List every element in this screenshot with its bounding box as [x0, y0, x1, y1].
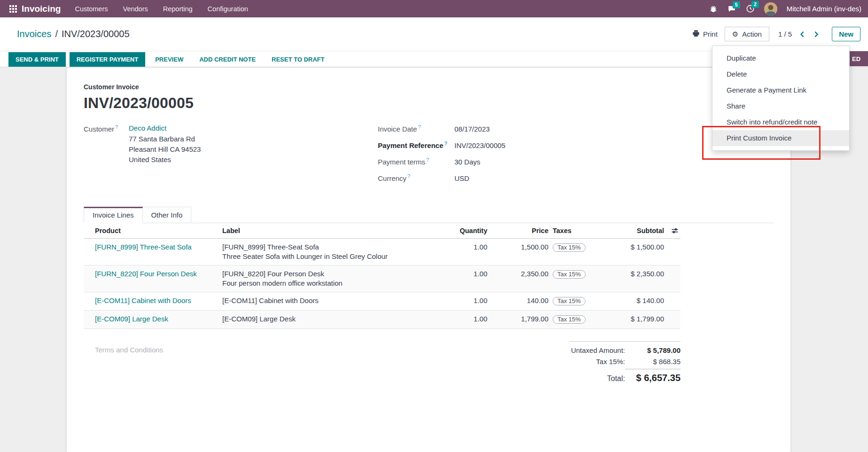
line-label: [E-COM11] Cabinet with Doors: [222, 296, 456, 304]
terms-placeholder[interactable]: Terms and Conditions: [95, 346, 163, 387]
line-price: 2,350.00: [487, 270, 548, 278]
optional-columns-icon[interactable]: [664, 227, 680, 234]
line-description: Three Seater Sofa with Lounger in Steel …: [222, 252, 456, 260]
messages-icon[interactable]: 5: [727, 5, 736, 13]
line-subtotal: $ 2,350.00: [605, 270, 664, 278]
customer-field-label: Customer?: [84, 124, 129, 190]
menu-vendors[interactable]: Vendors: [123, 5, 148, 13]
menu-item-generate-payment-link[interactable]: Generate a Payment Link: [712, 82, 849, 98]
product-link[interactable]: [FURN_8999] Three-Seat Sofa: [84, 243, 222, 251]
header-price[interactable]: Price: [487, 227, 548, 234]
product-link[interactable]: [E-COM09] Large Desk: [84, 315, 222, 323]
payment-terms-label: Payment terms?: [378, 157, 454, 166]
line-subtotal: $ 1,799.00: [605, 315, 664, 323]
register-payment-button[interactable]: REGISTER PAYMENT: [70, 52, 145, 67]
table-row[interactable]: [E-COM11] Cabinet with Doors [E-COM11] C…: [84, 292, 680, 311]
header-quantity[interactable]: Quantity: [456, 227, 487, 234]
menu-item-share[interactable]: Share: [712, 98, 849, 114]
line-quantity: 1.00: [456, 270, 487, 278]
payment-reference-label: Payment Reference?: [378, 140, 454, 149]
messages-count-badge: 5: [733, 1, 740, 8]
tax-amount-value: $ 868.35: [625, 358, 680, 366]
line-price: 1,500.00: [487, 243, 548, 251]
breadcrumb-invoices-link[interactable]: Invoices: [17, 29, 51, 39]
tax-tag: Tax 15%: [553, 315, 586, 324]
menu-item-print-custom-invoice[interactable]: Print Custom Invoice: [712, 130, 849, 146]
tax-tag: Tax 15%: [553, 243, 586, 252]
payment-reference-value[interactable]: INV/2023/00005: [454, 141, 505, 149]
line-label: [FURN_8220] Four Person Desk: [222, 270, 456, 278]
menu-item-delete[interactable]: Delete: [712, 66, 849, 82]
menu-item-duplicate[interactable]: Duplicate: [712, 50, 849, 66]
new-button[interactable]: New: [832, 27, 860, 41]
line-quantity: 1.00: [456, 315, 487, 323]
invoice-date-value[interactable]: 08/17/2023: [454, 125, 490, 133]
header-label[interactable]: Label: [222, 227, 456, 234]
table-header-row: Product Label Quantity Price Taxes Subto…: [84, 223, 680, 239]
line-quantity: 1.00: [456, 243, 487, 251]
table-row[interactable]: [FURN_8220] Four Person Desk [FURN_8220]…: [84, 265, 680, 292]
help-marker: ?: [426, 157, 429, 163]
totals-block: Untaxed Amount: $ 5,789.00 Tax 15%: $ 86…: [570, 341, 680, 387]
breadcrumb-current: INV/2023/00005: [62, 29, 130, 39]
tax-tag: Tax 15%: [553, 297, 586, 305]
preview-button[interactable]: PREVIEW: [149, 52, 189, 67]
line-subtotal: $ 1,500.00: [605, 243, 664, 251]
header-taxes[interactable]: Taxes: [548, 227, 605, 234]
line-description: Four person modern office workstation: [222, 279, 456, 287]
help-marker: ?: [418, 124, 421, 130]
print-button[interactable]: Print: [692, 30, 718, 39]
pager-next-button[interactable]: [813, 31, 820, 38]
untaxed-amount-label: Untaxed Amount:: [571, 346, 625, 354]
untaxed-amount-value: $ 5,789.00: [625, 346, 680, 354]
help-marker: ?: [444, 140, 447, 146]
menu-item-switch-refund[interactable]: Switch into refund/credit note: [712, 114, 849, 130]
product-link[interactable]: [FURN_8220] Four Person Desk: [84, 270, 222, 278]
apps-grid-icon[interactable]: [9, 5, 17, 13]
tab-other-info[interactable]: Other Info: [143, 207, 192, 223]
product-link[interactable]: [E-COM11] Cabinet with Doors: [84, 296, 222, 304]
line-price: 140.00: [487, 296, 548, 304]
table-row[interactable]: [FURN_8999] Three-Seat Sofa [FURN_8999] …: [84, 239, 680, 265]
breadcrumb: Invoices / INV/2023/00005: [17, 29, 130, 39]
add-credit-note-button[interactable]: ADD CREDIT NOTE: [193, 52, 262, 67]
customer-address: 77 Santa Barbara Rd Pleasant Hill CA 945…: [129, 134, 201, 165]
notebook-tabs: Invoice Lines Other Info: [84, 207, 774, 223]
status-badge: ED: [850, 51, 868, 66]
tax-tag: Tax 15%: [553, 270, 586, 279]
user-menu[interactable]: Mitchell Admin (inv-des): [787, 5, 861, 13]
menu-reporting[interactable]: Reporting: [163, 5, 193, 13]
action-button[interactable]: ⚙ Action: [725, 27, 769, 41]
send-print-button[interactable]: SEND & PRINT: [8, 52, 66, 67]
line-label: [FURN_8999] Three-Seat Sofa: [222, 243, 456, 251]
printer-icon: [692, 30, 700, 39]
tax-amount-label: Tax 15%:: [596, 358, 625, 366]
document-type-label: Customer Invoice: [84, 83, 774, 91]
currency-label: Currency?: [378, 173, 454, 182]
breadcrumb-separator: /: [55, 29, 58, 39]
app-name[interactable]: Invoicing: [22, 4, 61, 14]
debug-bug-icon[interactable]: [709, 5, 718, 13]
activities-clock-icon[interactable]: 2: [746, 4, 755, 13]
invoice-date-label: Invoice Date?: [378, 124, 454, 133]
header-subtotal[interactable]: Subtotal: [605, 227, 664, 234]
menu-customers[interactable]: Customers: [75, 5, 108, 13]
currency-value[interactable]: USD: [454, 174, 469, 182]
pager: 1 / 5: [778, 30, 820, 38]
gear-icon: ⚙: [732, 31, 738, 38]
tab-invoice-lines[interactable]: Invoice Lines: [84, 207, 143, 223]
line-label: [E-COM09] Large Desk: [222, 315, 456, 323]
table-row[interactable]: [E-COM09] Large Desk [E-COM09] Large Des…: [84, 311, 680, 329]
total-label: Total:: [607, 374, 625, 383]
payment-terms-value[interactable]: 30 Days: [454, 158, 480, 166]
menu-configuration[interactable]: Configuration: [208, 5, 248, 13]
avatar[interactable]: [764, 2, 777, 16]
header-product[interactable]: Product: [84, 227, 222, 234]
action-dropdown-menu: Duplicate Delete Generate a Payment Link…: [712, 46, 850, 151]
total-value: $ 6,657.35: [625, 369, 680, 383]
pager-previous-button[interactable]: [798, 31, 806, 38]
address-line: Pleasant Hill CA 94523: [129, 144, 201, 155]
reset-to-draft-button[interactable]: RESET TO DRAFT: [266, 52, 330, 67]
customer-link[interactable]: Deco Addict: [129, 124, 201, 132]
line-price: 1,799.00: [487, 315, 548, 323]
